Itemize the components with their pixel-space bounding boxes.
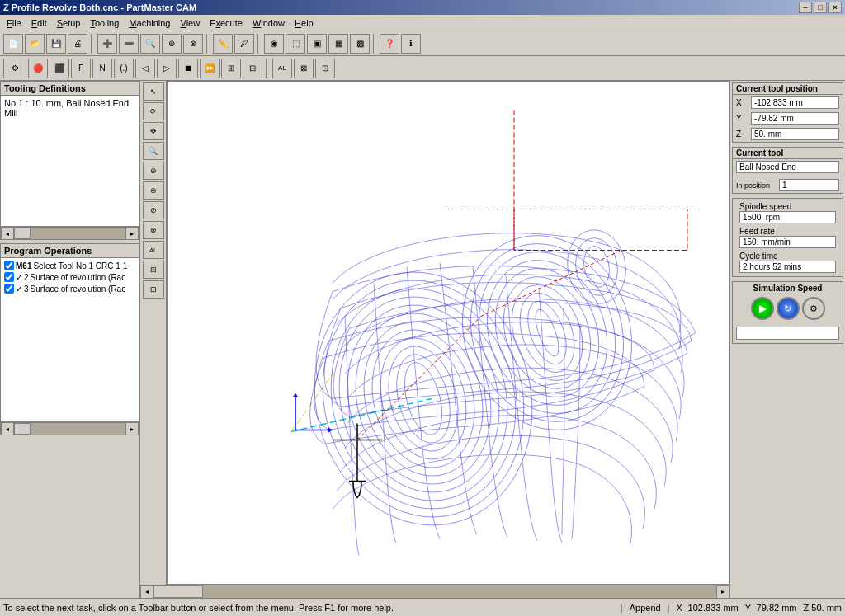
tb-btn-14[interactable]: ❓ [380,34,399,54]
sim-speed-slider[interactable] [736,327,839,340]
menu-edit[interactable]: Edit [26,16,52,30]
side-btn-5[interactable]: ⊕ [143,162,164,180]
tb2-btn-13[interactable]: AL [272,59,292,78]
menu-view[interactable]: View [176,16,205,30]
save-button[interactable]: 💾 [46,34,66,54]
prog-scroll-track[interactable] [14,423,125,435]
side-btn-cursor[interactable]: ↖ [143,82,164,101]
side-btn-rotate[interactable]: ⟳ [143,102,164,120]
h-scroll-thumb[interactable] [153,585,203,598]
scroll-thumb[interactable] [14,228,31,239]
spindle-speed-row: Spindle speed 1500. rpm [736,200,839,225]
tb2-btn-15[interactable]: ⊡ [315,59,335,78]
h-scroll-track[interactable] [153,585,716,598]
feed-rate-value: 150. mm/min [739,236,836,248]
print-button[interactable]: 🖨 [68,34,87,54]
tb2-btn-2[interactable]: 🔴 [28,59,48,78]
menu-help[interactable]: Help [290,16,319,30]
scroll-left-arrow[interactable]: ◂ [1,227,14,240]
status-x-coord: X -102.833 mm [677,603,739,613]
tb-btn-6[interactable]: ⊗ [183,34,203,54]
tb2-btn-4[interactable]: F [71,59,91,78]
status-bar: To select the next task, click on a Tool… [0,598,845,616]
add-button[interactable]: ➕ [97,34,117,54]
tool-item-1[interactable]: No 1 : 10. mm, Ball Nosed End Mill [2,97,137,119]
open-button[interactable]: 📂 [25,34,45,54]
tb-btn-13[interactable]: ▩ [350,34,370,54]
tb-btn-11[interactable]: ▣ [307,34,327,54]
viewport[interactable] [167,81,729,585]
window-title: Z Profile Revolve Both.cnc - PartMaster … [3,2,799,12]
prog-checkbox-3[interactable] [4,284,14,294]
prog-scroll-thumb[interactable] [14,423,31,435]
tool-position-title: Current tool position [733,83,843,95]
zoom-in-button[interactable]: 🔍 [140,34,160,54]
prog-ops-content: M61 Select Tool No 1 CRC 1 1 ✓ 2 Surface… [0,257,139,422]
menu-execute[interactable]: Execute [205,16,248,30]
side-btn-pan[interactable]: ✥ [143,122,164,140]
pos-z-value: 50. mm [751,128,839,140]
side-btn-6[interactable]: ⊖ [143,181,164,200]
menu-setup[interactable]: Setup [52,16,86,30]
prog-item-3[interactable]: ✓ 3 Surface of revolution (Rac [2,283,137,294]
tb2-btn-3[interactable]: ⬛ [50,59,69,78]
tb2-btn-14[interactable]: ⊠ [294,59,314,78]
prog-num-3: 3 [24,284,29,294]
prog-scroll-right[interactable]: ▸ [125,422,139,435]
menu-tooling[interactable]: Tooling [85,16,124,30]
side-btn-9[interactable]: AL [143,241,164,259]
tb2-btn-1[interactable]: ⚙ [3,59,26,78]
tb2-btn-12[interactable]: ⊟ [243,59,262,78]
menu-window[interactable]: Window [248,16,290,30]
tb-btn-7[interactable]: ✏️ [213,34,233,54]
current-tool-title: Current tool [733,148,843,159]
tb2-btn-7[interactable]: ◁ [135,59,155,78]
tb2-btn-9[interactable]: ⏹ [178,59,198,78]
close-button[interactable]: × [828,2,842,13]
tb2-btn-6[interactable]: (.) [114,59,134,78]
tb-btn-8[interactable]: 🖊 [234,34,254,54]
prog-item-1[interactable]: M61 Select Tool No 1 CRC 1 1 [2,260,137,271]
tb2-btn-5[interactable]: N [92,59,112,78]
tb-btn-10[interactable]: ⬚ [286,34,305,54]
tb2-btn-11[interactable]: ⊞ [221,59,241,78]
tb-btn-9[interactable]: ◉ [264,34,284,54]
sim-loop-button[interactable]: ↻ [777,297,800,320]
new-button[interactable]: 📄 [3,34,23,54]
tb2-btn-8[interactable]: ▷ [157,59,177,78]
scroll-track[interactable] [14,228,125,239]
prog-scroll-left[interactable]: ◂ [1,422,14,435]
pos-y-label: Y [736,114,749,123]
h-scrollbar[interactable]: ◂ ▸ [140,585,729,598]
side-btn-zoom[interactable]: 🔍 [143,142,164,160]
prog-scrollbar[interactable]: ◂ ▸ [0,422,139,435]
tb-btn-15[interactable]: ℹ [401,34,421,54]
minimize-button[interactable]: − [799,2,812,13]
prog-label-2: Surface of revolution (Rac [31,273,126,282]
prog-checkbox-2[interactable] [4,272,14,282]
sim-settings-button[interactable]: ⚙ [802,297,825,320]
prog-item-2[interactable]: ✓ 2 Surface of revolution (Rac [2,271,137,283]
maximize-button[interactable]: □ [814,2,827,13]
scroll-right-arrow[interactable]: ▸ [125,227,139,240]
tb2-btn-10[interactable]: ⏩ [200,59,220,78]
side-btn-11[interactable]: ⊡ [143,280,164,299]
side-btn-8[interactable]: ⊗ [143,221,164,239]
subtract-button[interactable]: ➖ [119,34,139,54]
tb-btn-5[interactable]: ⊕ [162,34,182,54]
prog-checkbox-1[interactable] [4,261,14,270]
window-controls[interactable]: − □ × [799,2,842,13]
tb-btn-12[interactable]: ▦ [328,34,348,54]
sim-play-button[interactable]: ▶ [751,297,774,320]
tooling-scrollbar[interactable]: ◂ ▸ [0,227,139,240]
menu-machining[interactable]: Machining [124,16,175,30]
left-panel: Tooling Definitions No 1 : 10. mm, Ball … [0,81,140,598]
h-scroll-left[interactable]: ◂ [140,585,153,599]
menu-file[interactable]: File [2,16,26,30]
main-area: Tooling Definitions No 1 : 10. mm, Ball … [0,81,845,598]
h-scroll-right[interactable]: ▸ [716,585,729,599]
side-btn-10[interactable]: ⊞ [143,261,164,279]
tooling-panel-content: No 1 : 10. mm, Ball Nosed End Mill [0,95,139,227]
side-btn-7[interactable]: ⊘ [143,201,164,219]
tool-name-display: Ball Nosed End [736,161,839,173]
